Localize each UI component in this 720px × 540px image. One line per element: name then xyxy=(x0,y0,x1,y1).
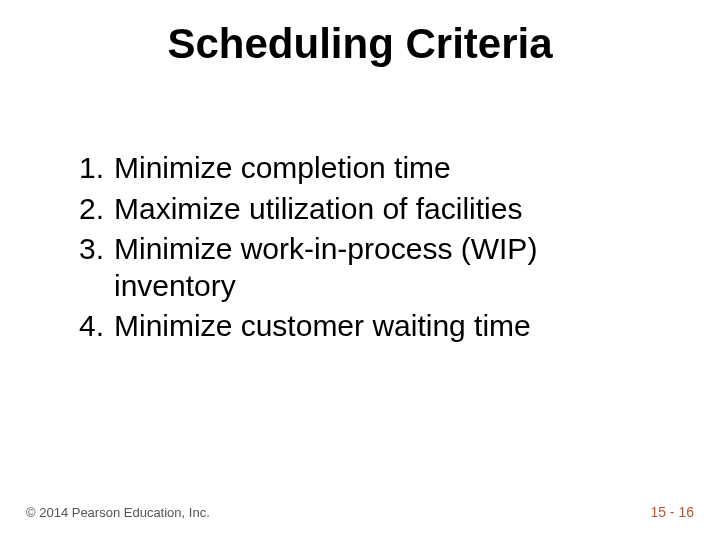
criteria-list: 1. Minimize completion time 2. Maximize … xyxy=(60,150,660,349)
slide: Scheduling Criteria 1. Minimize completi… xyxy=(0,0,720,540)
item-number: 4. xyxy=(60,308,114,345)
footer-copyright: © 2014 Pearson Education, Inc. xyxy=(26,505,210,520)
list-item: 2. Maximize utilization of facilities xyxy=(60,191,660,228)
slide-title: Scheduling Criteria xyxy=(0,20,720,68)
footer-page-number: 15 - 16 xyxy=(650,504,694,520)
list-item: 1. Minimize completion time xyxy=(60,150,660,187)
item-number: 1. xyxy=(60,150,114,187)
item-text: Minimize work-in-process (WIP) inventory xyxy=(114,231,660,304)
item-text: Minimize customer waiting time xyxy=(114,308,660,345)
list-item: 3. Minimize work-in-process (WIP) invent… xyxy=(60,231,660,304)
item-text: Maximize utilization of facilities xyxy=(114,191,660,228)
item-number: 3. xyxy=(60,231,114,304)
item-text: Minimize completion time xyxy=(114,150,660,187)
item-number: 2. xyxy=(60,191,114,228)
list-item: 4. Minimize customer waiting time xyxy=(60,308,660,345)
